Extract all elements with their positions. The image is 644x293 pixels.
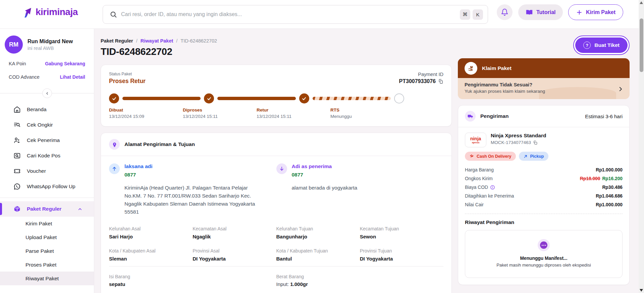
ninja-xpress-logo: ninja xpress [465,133,486,147]
cost-row-harga-barang: Harga Barang Rp1.000.000 [465,165,623,174]
klaim-subheading: Yuk ajukan proses klaim klaim sekarang [465,89,614,94]
geo-cell: Kecamatan TujuanSewon [360,226,443,239]
step-name: Diproses [183,107,257,113]
geo-value: Sewon [360,234,443,239]
money-icon [469,154,474,159]
klaim-paket-banner[interactable]: Klaim Paket Pengirimanmu Tidak Sesuai? Y… [458,58,630,99]
sub-item-label: Kirim Paket [25,221,52,227]
search-placeholder: Cari resi, order ID, atau menu yang ingi… [121,11,458,17]
ka-poin-join-link[interactable]: Gabung Sekarang [45,61,85,66]
sidebar-collapse-button[interactable] [42,88,52,98]
chevron-right-icon [618,86,624,92]
sidebar-item-cek-penerima[interactable]: Cek Penerima [0,133,94,148]
scroll-up-arrow[interactable] [640,1,643,4]
breadcrumb-current: TID-6248622702 [180,38,217,44]
sidebar-item-label: WhatsApp Follow Up [27,184,75,190]
copy-icon[interactable] [533,140,538,145]
cost-old-value: Rp18.000 [580,176,600,181]
sender-phone: 0877 [124,172,265,178]
bell-icon [501,8,508,16]
cost-row-ongkos-kirim: Ongkos Kirim Rp18.000Rp16.200 [465,174,623,183]
chevron-left-icon [45,91,49,95]
courier-logo-text: ninja [470,136,481,141]
sidebar-item-beranda[interactable]: Beranda [0,102,94,117]
timeline-bar-solid [122,97,201,100]
sidebar-subitem-proses-paket[interactable]: Proses Paket [0,258,94,272]
klaim-title: Klaim Paket [482,65,512,71]
scrollbar-thumb[interactable] [640,18,643,72]
geo-label: Kecamatan Asal [193,226,276,231]
receiver-name: Adi as penerima [292,163,358,169]
breadcrumb-riwayat-paket[interactable]: Riwayat Paket [141,38,173,44]
ellipsis-icon [538,239,550,251]
payment-id-label: Payment ID [399,72,443,77]
geo-label: Kota / Kabupaten Asal [109,248,193,253]
scroll-down-arrow[interactable] [640,289,643,292]
users-icon [13,137,21,144]
sidebar-subitem-upload-paket[interactable]: Upload Paket [0,230,94,244]
notifications-button[interactable] [497,4,513,20]
geo-label: Kelurahan Asal [109,226,193,231]
geo-cell: Kelurahan AsalSari Harjo [109,226,193,239]
breadcrumb-paket-reguler[interactable]: Paket Reguler [101,38,133,44]
global-search-input[interactable]: Cari resi, order ID, atau menu yang ingi… [103,5,488,24]
timeline-step-dibuat: Dibuat 13/12/2024 15:09 [109,107,183,119]
main-content: Paket Reguler / Riwayat Paket / TID-6248… [94,29,639,293]
sub-item-label: Riwayat Paket [25,276,59,282]
sub-item-label: Parse Paket [25,248,54,254]
page-title: TID-6248622702 [101,46,452,57]
pickup-badge-label: Pickup [530,154,544,159]
geo-cell: Kota / Kabupaten AsalSleman [109,248,193,262]
buat-tiket-button[interactable]: ? Buat Tiket [573,35,630,55]
info-icon[interactable] [490,185,495,190]
whatsapp-icon [13,183,21,190]
receiver-address: alamat berada di yogyakarta [292,184,358,192]
sidebar-item-cek-ongkir[interactable]: Cek Ongkir [0,117,94,133]
ticket-icon [13,167,21,175]
berat-input-row: Input: 1.000gr [276,281,444,287]
status-label: Status Paket [109,72,443,76]
brand-logo[interactable]: kiriminaja [21,6,78,18]
kirim-paket-button[interactable]: Kirim Paket [568,4,623,20]
step-done-icon [204,93,214,103]
geo-cell: Kecamatan AsalNgaglik [193,226,276,239]
berat-barang-label: Berat Barang [276,274,444,279]
geo-value: DI Yogyakarta [360,256,443,262]
chevron-up-icon [77,207,83,212]
cost-value: Rp1.000.000 [596,167,623,172]
tracking-code: MOCK-1734077463 [491,140,531,145]
geo-label: Kota / Kabupaten Tujuan [276,248,360,253]
avatar: RM [5,35,23,54]
courier-logo-subtext: xpress [472,141,480,144]
copy-icon[interactable] [438,79,443,84]
sender-block: laksana adi 0877 KiriminAja (Head Quarte… [109,163,276,216]
user-profile[interactable]: RM Run Midgard New ini real AWB [0,29,94,57]
cost-label: Ditagihkan ke Penerima [465,194,514,199]
question-circle-icon: ? [583,42,591,49]
sidebar-item-whatsapp-follow-up[interactable]: WhatsApp Follow Up [0,179,94,194]
sub-item-label: Proses Paket [25,262,56,268]
sidebar-item-label: Cek Ongkir [27,122,53,128]
breadcrumb-separator: / [136,38,138,44]
sidebar-item-label: Cek Penerima [27,137,60,143]
logo-arrow-icon [21,6,34,18]
sidebar-item-cari-kode-pos[interactable]: Cari Kode Pos [0,148,94,163]
tutorial-button[interactable]: Tutorial [518,4,563,20]
cod-advance-detail-link[interactable]: Lihat Detail [60,74,85,80]
geo-value: Bangunharjo [276,234,360,239]
sidebar: RM Run Midgard New ini real AWB KA Poin … [0,29,94,293]
step-date: Menunggu [330,114,404,119]
sidebar-subitem-riwayat-paket[interactable]: Riwayat Paket [0,272,94,285]
vertical-scrollbar[interactable] [639,0,644,293]
sidebar-subitem-parse-paket[interactable]: Parse Paket [0,244,94,258]
cost-label: Ongkos Kirim [465,176,493,181]
buat-tiket-label: Buat Tiket [594,42,620,48]
logo-text: kiriminaja [36,7,78,17]
step-done-icon [109,93,119,103]
sidebar-subitem-kirim-paket[interactable]: Kirim Paket [0,217,94,230]
truck-icon [465,111,476,122]
status-card: Status Paket Proses Retur Payment ID PT3… [101,65,452,127]
sidebar-item-paket-reguler[interactable]: Paket Reguler [0,201,94,217]
sidebar-item-voucher[interactable]: Voucher [0,163,94,179]
cost-value: Rp1.046.686 [596,194,623,199]
